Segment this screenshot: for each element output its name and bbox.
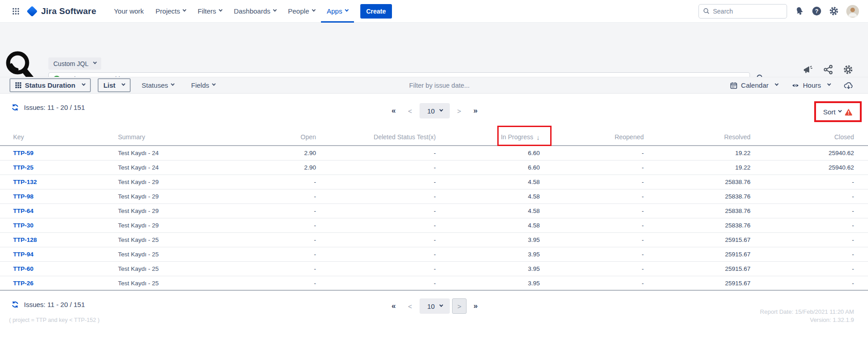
prev-page-button[interactable]: < <box>408 302 412 310</box>
app-switcher-icon[interactable] <box>9 5 23 18</box>
table-row: TTP-64Test Kaydı - 29--4.58-25838.76- <box>0 204 868 218</box>
sort-warning-icon[interactable] <box>844 108 853 116</box>
report-toolbar: Status Duration List Statuses Fields Fil… <box>0 77 868 94</box>
hours-dropdown[interactable]: Hours <box>792 81 830 89</box>
column-header-open[interactable]: Open <box>289 133 316 141</box>
issue-date-filter[interactable]: Filter by issue date... <box>409 82 470 89</box>
nav-item-people[interactable]: People <box>282 0 321 23</box>
nav-item-apps[interactable]: Apps <box>321 0 354 23</box>
report-type-select[interactable]: Status Duration <box>9 78 91 92</box>
notifications-bell-icon[interactable] <box>795 6 804 16</box>
page-size-select[interactable]: 10 <box>420 103 450 118</box>
global-search[interactable] <box>698 4 787 19</box>
user-avatar[interactable] <box>846 5 859 18</box>
report-settings-gear-icon[interactable] <box>843 65 853 75</box>
create-button[interactable]: Create <box>360 4 392 19</box>
toolbar-right: Calendar Hours <box>730 81 859 89</box>
summary-cell: Test Kaydı - 29 <box>118 193 289 200</box>
reopened-cell: - <box>540 150 644 156</box>
column-header-in-progress[interactable]: In Progress↓ <box>436 133 540 141</box>
next-page-button[interactable]: > <box>452 298 467 314</box>
issue-key-cell: TTP-132 <box>13 179 118 185</box>
jira-diamond-icon <box>27 5 38 16</box>
refresh-icon[interactable] <box>11 301 19 308</box>
column-header-reopened[interactable]: Reopened <box>540 133 644 141</box>
in-progress-cell: 6.60 <box>436 150 540 156</box>
calendar-dropdown[interactable]: Calendar <box>730 81 778 89</box>
summary-cell: Test Kaydı - 25 <box>118 251 289 258</box>
report-date: Report Date: 15/Feb/2021 11:20 AM <box>760 308 854 316</box>
grid-icon <box>15 82 21 88</box>
column-header-closed[interactable]: Closed <box>750 133 854 141</box>
issue-key-link[interactable]: TTP-98 <box>13 193 33 200</box>
sort-desc-arrow-icon: ↓ <box>537 133 540 141</box>
closed-cell: - <box>750 236 854 243</box>
fields-dropdown[interactable]: Fields <box>191 81 215 89</box>
next-page-button[interactable]: > <box>457 107 461 115</box>
view-select[interactable]: List <box>98 78 131 92</box>
column-header-deleted-status-test-x[interactable]: Deleted Status Test(x) <box>316 133 436 141</box>
column-header-key[interactable]: Key <box>13 133 118 141</box>
nav-item-your-work[interactable]: Your work <box>108 0 150 23</box>
chevron-down-icon <box>838 109 842 112</box>
chevron-down-icon <box>827 82 831 85</box>
open-cell: - <box>289 265 316 272</box>
sort-label: Sort <box>823 108 836 116</box>
first-page-button[interactable]: « <box>392 106 396 115</box>
table-row: TTP-132Test Kaydı - 29--4.58-25838.76- <box>0 175 868 189</box>
jira-logo[interactable]: Jira Software <box>27 6 96 16</box>
summary-cell: Test Kaydı - 29 <box>118 208 289 214</box>
issue-key-link[interactable]: TTP-25 <box>13 164 33 171</box>
page-size-select[interactable]: 10 <box>420 298 450 314</box>
issue-key-link[interactable]: TTP-64 <box>13 208 33 214</box>
search-icon <box>703 8 710 14</box>
closed-cell: - <box>750 208 854 214</box>
reopened-cell: - <box>540 222 644 229</box>
in-progress-cell: 3.95 <box>436 251 540 258</box>
table-row: TTP-60Test Kaydı - 25--3.95-25915.67- <box>0 262 868 276</box>
share-icon[interactable] <box>823 65 833 75</box>
issue-key-cell: TTP-26 <box>13 280 118 287</box>
issue-key-link[interactable]: TTP-128 <box>13 236 37 243</box>
issue-key-link[interactable]: TTP-60 <box>13 265 33 272</box>
column-label: Summary <box>118 133 145 141</box>
nav-item-projects[interactable]: Projects <box>150 0 192 23</box>
column-header-resolved[interactable]: Resolved <box>644 133 750 141</box>
issue-key-link[interactable]: TTP-94 <box>13 251 33 258</box>
announcement-megaphone-icon[interactable] <box>802 65 813 75</box>
reopened-cell: - <box>540 236 644 243</box>
sort-dropdown[interactable]: Sort <box>823 108 842 116</box>
first-page-button[interactable]: « <box>392 302 396 311</box>
refresh-icon[interactable] <box>11 104 19 111</box>
chevron-down-icon <box>439 303 443 307</box>
issue-key-link[interactable]: TTP-59 <box>13 150 33 156</box>
chevron-down-icon <box>93 60 97 64</box>
chevron-down-icon <box>170 82 174 85</box>
column-header-summary[interactable]: Summary <box>118 133 289 141</box>
issue-key-cell: TTP-59 <box>13 150 118 156</box>
annotation-box-sort: Sort <box>814 101 862 122</box>
query-mode-select[interactable]: Custom JQL <box>48 57 101 70</box>
help-icon[interactable]: ? <box>812 6 821 16</box>
closed-cell: 25940.62 <box>750 164 854 171</box>
issue-key-link[interactable]: TTP-26 <box>13 280 33 287</box>
summary-cell: Test Kaydı - 25 <box>118 265 289 272</box>
nav-item-dashboards[interactable]: Dashboards <box>228 0 282 23</box>
issue-key-link[interactable]: TTP-30 <box>13 222 33 229</box>
last-page-button[interactable]: » <box>473 302 477 311</box>
prev-page-button[interactable]: < <box>408 107 412 115</box>
last-page-button[interactable]: » <box>473 106 477 115</box>
table-row: TTP-94Test Kaydı - 25--3.95-25915.67- <box>0 247 868 262</box>
statuses-dropdown[interactable]: Statuses <box>142 81 174 89</box>
nav-item-filters[interactable]: Filters <box>192 0 228 23</box>
closed-cell: - <box>750 179 854 185</box>
open-cell: - <box>289 251 316 258</box>
search-input[interactable] <box>713 8 781 15</box>
export-cloud-icon[interactable] <box>844 81 853 89</box>
nav-item-label: Filters <box>198 7 216 15</box>
table-row: TTP-25Test Kaydı - 242.90-6.60-19.222594… <box>0 161 868 175</box>
open-cell: 2.90 <box>289 150 316 156</box>
issue-key-link[interactable]: TTP-132 <box>13 179 37 185</box>
settings-gear-icon[interactable] <box>829 6 839 16</box>
deleted-cell: - <box>316 236 436 243</box>
